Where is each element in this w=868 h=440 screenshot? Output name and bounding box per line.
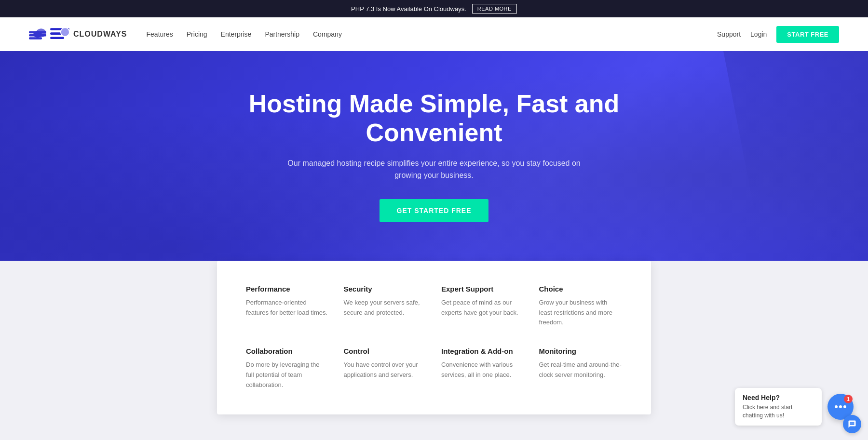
- feature-control-desc: You have control over your applications …: [344, 360, 427, 380]
- feature-choice: Choice Grow your business with least res…: [539, 285, 623, 328]
- chat-badge: 1: [844, 395, 853, 403]
- feature-integration-desc: Convenience with various services, all i…: [441, 360, 525, 380]
- feature-control-title: Control: [344, 347, 427, 355]
- mini-chat-icon: [848, 420, 856, 428]
- navbar: CLOUDWAYS Features Pricing Enterprise Pa…: [0, 17, 868, 51]
- nav-features[interactable]: Features: [147, 30, 173, 38]
- feature-expert-support-title: Expert Support: [441, 285, 525, 293]
- feature-choice-desc: Grow your business with least restrictio…: [539, 298, 623, 328]
- get-started-button[interactable]: GET STARTED FREE: [380, 199, 489, 222]
- feature-expert-support-desc: Get peace of mind as our experts have go…: [441, 298, 525, 318]
- svg-rect-2: [29, 37, 42, 40]
- cloudways-logo-icon: [29, 27, 46, 41]
- logo-text: CLOUDWAYS: [73, 30, 127, 39]
- feature-collaboration-desc: Do more by leveraging the full potential…: [246, 360, 329, 390]
- chat-need-help: Need Help?: [743, 394, 814, 401]
- feature-security-title: Security: [344, 285, 427, 293]
- announcement-text: PHP 7.3 Is Now Available On Cloudways.: [351, 5, 466, 13]
- feature-integration-title: Integration & Add-on: [441, 347, 525, 355]
- announcement-bar: PHP 7.3 Is Now Available On Cloudways. R…: [0, 0, 868, 17]
- support-link[interactable]: Support: [717, 30, 741, 38]
- feature-monitoring-desc: Get real-time and around-the-clock serve…: [539, 360, 623, 380]
- login-link[interactable]: Login: [750, 30, 767, 38]
- start-free-button[interactable]: START FREE: [776, 26, 839, 43]
- feature-integration: Integration & Add-on Convenience with va…: [441, 347, 525, 390]
- read-more-button[interactable]: READ MORE: [472, 4, 517, 13]
- mini-chat-button[interactable]: [843, 415, 861, 433]
- nav-enterprise[interactable]: Enterprise: [221, 30, 252, 38]
- nav-pricing[interactable]: Pricing: [187, 30, 207, 38]
- logo-svg: [50, 27, 69, 41]
- chat-widget[interactable]: Need Help? Click here and start chatting…: [735, 388, 854, 426]
- nav-partnership[interactable]: Partnership: [265, 30, 299, 38]
- svg-point-4: [33, 31, 42, 38]
- chat-text-box: Need Help? Click here and start chatting…: [735, 388, 822, 426]
- feature-collaboration-title: Collaboration: [246, 347, 329, 355]
- nav-links: Features Pricing Enterprise Partnership …: [147, 30, 342, 39]
- feature-monitoring-title: Monitoring: [539, 347, 623, 355]
- svg-rect-7: [50, 37, 64, 39]
- nav-company[interactable]: Company: [313, 30, 342, 38]
- navbar-right: Support Login START FREE: [717, 26, 839, 43]
- hero-subtitle: Our managed hosting recipe simplifies yo…: [275, 157, 593, 182]
- feature-choice-title: Choice: [539, 285, 623, 293]
- feature-security-desc: We keep your servers safe, secure and pr…: [344, 298, 427, 318]
- svg-point-9: [61, 28, 69, 36]
- feature-monitoring: Monitoring Get real-time and around-the-…: [539, 347, 623, 390]
- feature-performance-title: Performance: [246, 285, 329, 293]
- feature-expert-support: Expert Support Get peace of mind as our …: [441, 285, 525, 328]
- hero-title: Hosting Made Simple, Fast and Convenient: [217, 90, 651, 147]
- feature-control: Control You have control over your appli…: [344, 347, 427, 390]
- feature-collaboration: Collaboration Do more by leveraging the …: [246, 347, 329, 390]
- chat-subtitle: Click here and start chatting with us!: [743, 403, 814, 420]
- navbar-left: CLOUDWAYS Features Pricing Enterprise Pa…: [29, 27, 342, 41]
- feature-performance-desc: Performance-oriented features for better…: [246, 298, 329, 318]
- features-card: Performance Performance-oriented feature…: [217, 261, 651, 414]
- feature-performance: Performance Performance-oriented feature…: [246, 285, 329, 328]
- logo[interactable]: CLOUDWAYS: [29, 27, 127, 41]
- chat-dots-icon: [835, 405, 846, 408]
- feature-security: Security We keep your servers safe, secu…: [344, 285, 427, 328]
